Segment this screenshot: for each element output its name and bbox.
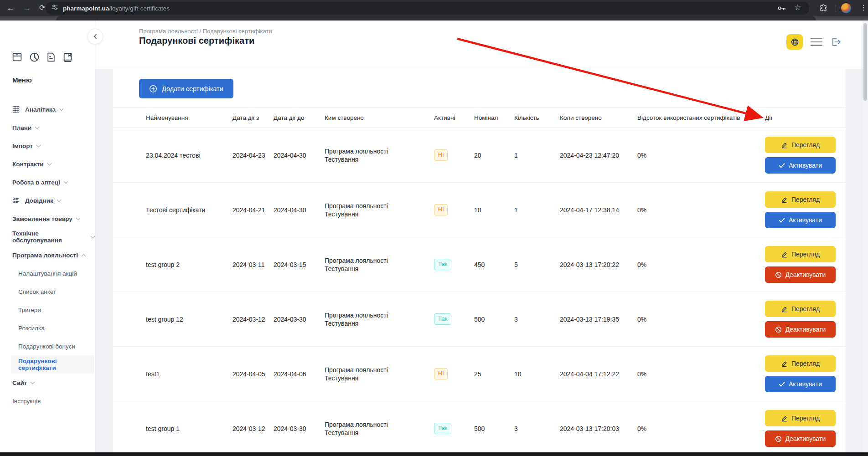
column-header: Номінал (474, 114, 514, 121)
extensions-puzzle-icon[interactable] (819, 4, 828, 14)
activate-button[interactable]: Активувати (765, 157, 836, 174)
created-by-line1: Програма лояльності (325, 366, 429, 374)
deactivate-button[interactable]: Деактивувати (765, 266, 836, 283)
cell-quantity: 3 (514, 315, 560, 323)
sidebar-item[interactable]: Програма лояльності (0, 246, 94, 264)
sidebar-item-label: Інструкція (12, 398, 41, 405)
sidebar-item[interactable]: Аналітика (0, 100, 94, 118)
cell-date-to: 2024-03-15 (274, 261, 325, 269)
sidebar-item-label: Плани (12, 124, 31, 131)
scrollbar-thumb[interactable] (863, 23, 867, 101)
cell-actions: ПереглядАктивувати (765, 355, 846, 392)
browser-menu-icon[interactable]: ⋮ (860, 3, 867, 12)
sidebar-item[interactable]: Інструкція (0, 392, 94, 410)
view-button[interactable]: Перегляд (765, 246, 836, 262)
sidebar-item[interactable]: Сайт (0, 374, 94, 392)
reload-icon[interactable]: ⟳ (39, 2, 45, 13)
deactivate-button[interactable]: Деактивувати (765, 321, 836, 338)
view-button-label: Перегляд (791, 196, 820, 203)
sidebar-item[interactable]: Подарункові бонуси (0, 337, 94, 355)
sidebar-item[interactable]: Контракти (0, 155, 94, 173)
cell-active: Ні (434, 149, 474, 160)
view-button[interactable]: Перегляд (765, 410, 836, 426)
table-row: test group 122024-03-122024-03-30Програм… (113, 292, 846, 347)
activate-button-label: Активувати (789, 380, 822, 388)
page-scrollbar[interactable] (863, 20, 868, 452)
sidebar-item-active[interactable]: Подарункові сертифікати (11, 355, 94, 374)
cell-active: Ні (434, 368, 474, 379)
deactivate-button-label: Деактивувати (785, 271, 826, 278)
browser-avatar[interactable] (841, 3, 851, 13)
cell-percent: 0% (637, 261, 765, 269)
view-button-label: Перегляд (791, 415, 820, 422)
cell-created-at: 2024-04-04 17:12:22 (560, 370, 637, 378)
site-info-icon[interactable] (51, 4, 58, 13)
view-button[interactable]: Перегляд (765, 137, 836, 153)
table-row: test group 22024-03-112024-03-15Програма… (113, 237, 846, 292)
column-header: Найменування (146, 114, 232, 121)
hamburger-menu-icon[interactable] (810, 36, 823, 48)
add-certificates-label: Додати сертифікати (162, 85, 223, 92)
book-icon[interactable] (62, 51, 73, 63)
activate-button[interactable]: Активувати (765, 376, 836, 392)
cell-created-by: Програма лояльностіТестування (325, 420, 434, 437)
cell-percent: 0% (637, 315, 765, 323)
archive-box-icon[interactable] (11, 51, 23, 63)
url-bar[interactable]: pharmapoint.ua/loyalty/gift-certificates (46, 2, 809, 15)
view-button-label: Перегляд (791, 305, 820, 313)
sidebar-item[interactable]: Плани (0, 118, 94, 137)
pencil-icon (781, 142, 788, 149)
sidebar: Меню АналітикаПланиІмпортКонтрактиРобота… (0, 20, 95, 452)
document-icon[interactable] (46, 51, 56, 63)
cell-actions: ПереглядАктивувати (765, 191, 846, 228)
chevron-down-icon (47, 161, 52, 165)
password-key-icon[interactable] (777, 4, 786, 14)
pencil-icon (781, 306, 788, 313)
back-icon[interactable]: ← (6, 2, 15, 13)
cell-quantity: 1 (514, 206, 560, 214)
active-status-badge: Так (434, 259, 451, 270)
table-row: Тестові сертифікати2024-04-212024-04-30П… (113, 183, 846, 237)
deactivate-button[interactable]: Деактивувати (765, 430, 836, 447)
table-row: test group 12024-03-122024-03-30Програма… (113, 401, 846, 452)
header-icons (786, 34, 842, 50)
sidebar-item-label: Контракти (12, 161, 44, 168)
screen: ← → ⟳ pharmapoint.ua/loyalty/gift-certif… (0, 0, 868, 456)
logout-icon[interactable] (830, 36, 842, 48)
sidebar-item[interactable]: Налаштування акцій (0, 264, 94, 282)
chevron-down-icon (31, 379, 35, 384)
pie-chart-icon[interactable] (29, 51, 40, 63)
sidebar-item[interactable]: Технічне обслуговування (0, 228, 94, 246)
page-title: Подарункові сертифікати (139, 36, 254, 46)
sidebar-item[interactable]: Список анкет (0, 282, 94, 301)
cell-date-from: 2024-04-21 (232, 206, 274, 214)
active-status-badge: Так (434, 423, 451, 434)
view-button[interactable]: Перегляд (765, 355, 836, 372)
sidebar-item[interactable]: Довідник (0, 191, 94, 210)
cell-date-from: 2024-04-23 (232, 151, 274, 159)
cell-date-from: 2024-03-11 (232, 261, 274, 269)
sidebar-item-label: Замовлення товару (12, 215, 72, 222)
forward-icon[interactable]: → (23, 2, 31, 13)
sidebar-item[interactable]: Імпорт (0, 137, 94, 155)
created-by-line1: Програма лояльності (325, 420, 429, 429)
sidebar-item[interactable]: Замовлення товару (0, 210, 94, 228)
sidebar-menu-title: Меню (12, 76, 32, 84)
add-certificates-button[interactable]: Додати сертифікати (139, 79, 233, 98)
sidebar-item[interactable]: Тригери (0, 301, 94, 319)
sidebar-item[interactable]: Розсилка (0, 319, 94, 337)
cell-name: 23.04.2024 тестові (146, 151, 232, 159)
created-by-line2: Тестування (325, 319, 429, 328)
language-globe-button[interactable] (786, 34, 803, 50)
view-button[interactable]: Перегляд (765, 301, 836, 317)
sidebar-item-label: Подарункові бонуси (18, 343, 75, 350)
cell-active: Ні (434, 204, 474, 215)
sidebar-item-label: Технічне обслуговування (12, 230, 87, 244)
cell-nominal: 500 (474, 315, 514, 323)
bookmark-star-icon[interactable]: ☆ (794, 3, 801, 12)
activate-button[interactable]: Активувати (765, 212, 836, 228)
sidebar-collapse-button[interactable] (88, 29, 103, 44)
view-button[interactable]: Перегляд (765, 191, 836, 208)
sidebar-item[interactable]: Робота в аптеці (0, 173, 94, 191)
list-icon (12, 197, 20, 204)
